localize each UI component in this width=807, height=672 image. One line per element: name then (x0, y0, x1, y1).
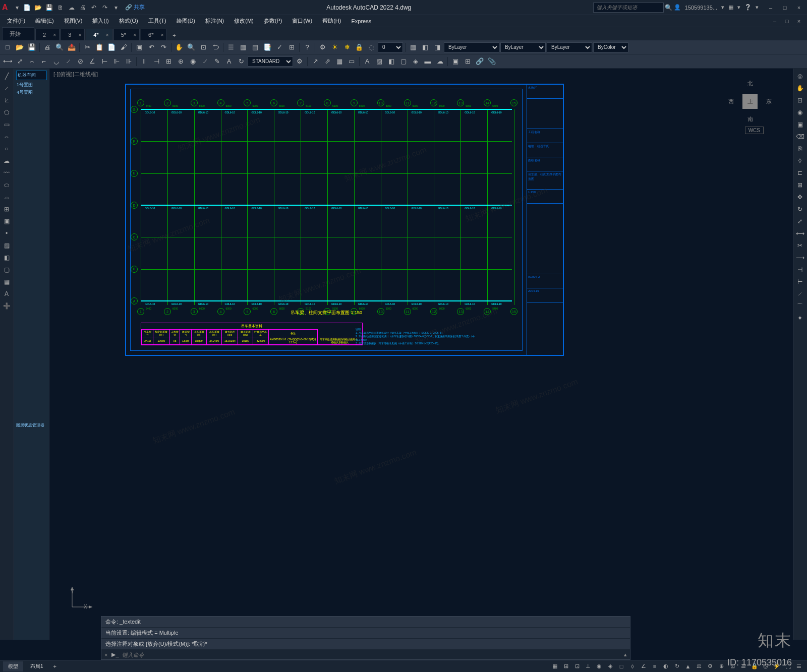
polar-icon[interactable]: ◉ (594, 662, 604, 671)
model-space-icon[interactable]: ▦ (550, 662, 560, 671)
block-icon[interactable]: ▣ (134, 42, 145, 53)
zoom-window-icon[interactable]: ⊡ (198, 42, 209, 53)
mleader-icon[interactable]: ⇗ (322, 56, 333, 67)
zoom-icon[interactable]: 🔍 (186, 42, 197, 53)
pan-icon[interactable]: ✋ (174, 42, 185, 53)
layer-combo[interactable]: ByLayer (444, 42, 499, 52)
menu-tools[interactable]: 工具(T) (143, 16, 171, 26)
redo-icon[interactable]: ↷ (100, 3, 110, 13)
help-icon[interactable]: ? (302, 42, 313, 53)
layout-add-button[interactable]: + (50, 663, 60, 669)
extend-icon[interactable]: ⟶ (794, 252, 805, 263)
layer-prev-icon[interactable]: ◨ (432, 42, 443, 53)
text-icon[interactable]: A (362, 56, 373, 67)
tab-add-button[interactable]: + (168, 30, 180, 40)
attach-icon[interactable]: 📎 (486, 56, 497, 67)
toolpalette-icon[interactable]: ▤ (250, 42, 261, 53)
tab-start[interactable]: 开始 (2, 27, 34, 40)
color-combo[interactable]: ByColor (593, 42, 628, 52)
annoscale-icon[interactable]: ⚖ (694, 662, 704, 671)
fillet-icon[interactable]: ⌒ (794, 300, 805, 312)
viewcube-east[interactable]: 东 (766, 98, 772, 105)
dim-continue-icon[interactable]: ⊪ (123, 56, 134, 67)
tab-2[interactable]: 2× (35, 29, 60, 40)
undo-icon[interactable]: ↶ (89, 3, 99, 13)
layer-state-combo[interactable]: 0 (378, 42, 403, 52)
app-menu-caret[interactable]: ▾ (12, 3, 22, 13)
otrack-icon[interactable]: ∠ (639, 662, 649, 671)
dim-aligned-icon[interactable]: ⤢ (14, 56, 25, 67)
line-icon[interactable]: ╱ (1, 71, 12, 82)
dim-diameter-icon[interactable]: ⊘ (75, 56, 86, 67)
share-button[interactable]: 🔗 共享 (125, 4, 145, 11)
menu-format[interactable]: 格式(O) (114, 16, 143, 26)
xline-icon[interactable]: ⟋ (1, 83, 12, 94)
rectangle-icon[interactable]: ▭ (1, 119, 12, 130)
make-block-icon[interactable]: ▣ (1, 216, 12, 227)
explode-icon[interactable]: ✦ (794, 313, 805, 324)
menu-edit[interactable]: 编辑(E) (30, 16, 59, 26)
move-icon[interactable]: ✥ (794, 192, 805, 203)
viewport-label[interactable]: [-][俯视][二维线框] (53, 71, 98, 78)
workspace-icon[interactable]: ⚙ (705, 662, 715, 671)
dim-linear-icon[interactable]: ⟷ (2, 56, 13, 67)
tab-close-icon[interactable]: × (78, 32, 81, 38)
matchprop-icon[interactable]: 🖌 (118, 42, 129, 53)
array-icon[interactable]: ⊞ (794, 179, 805, 191)
publish-icon[interactable]: 📤 (66, 42, 77, 53)
dim-ordinate-icon[interactable]: ⌐ (38, 56, 49, 67)
new-icon[interactable]: □ (2, 42, 13, 53)
undo-icon[interactable]: ↶ (146, 42, 157, 53)
menu-help[interactable]: 帮助(H) (317, 16, 346, 26)
hatch-icon[interactable]: ▨ (1, 240, 12, 251)
dim-radius-icon[interactable]: ◡ (50, 56, 62, 67)
boundary-icon[interactable]: ▢ (398, 56, 409, 67)
menu-file[interactable]: 文件(F) (2, 16, 30, 26)
xref-icon[interactable]: 🔗 (474, 56, 485, 67)
gradient-icon[interactable]: ◧ (386, 56, 397, 67)
jogged-linear-icon[interactable]: ⟋ (199, 56, 210, 67)
open-icon[interactable]: 📂 (33, 3, 43, 13)
gradient-icon[interactable]: ◧ (1, 252, 12, 263)
wipeout-icon[interactable]: ▬ (422, 56, 433, 67)
user-icon[interactable]: 👤 (674, 4, 681, 11)
viewcube[interactable]: 上 北 南 东 西 (727, 79, 773, 124)
viewcube-west[interactable]: 西 (728, 98, 734, 105)
annotation-icon[interactable]: ▲ (683, 662, 693, 671)
mirror-icon[interactable]: ◊ (794, 155, 805, 166)
calc-icon[interactable]: ⊞ (286, 42, 297, 53)
minimize-button[interactable]: – (765, 3, 777, 13)
circle-icon[interactable]: ○ (1, 143, 12, 154)
polygon-icon[interactable]: ⬠ (1, 107, 12, 118)
zoom-prev-icon[interactable]: ⮌ (210, 42, 221, 53)
trim-icon[interactable]: ✂ (794, 240, 805, 251)
cmd-close-icon[interactable]: × (104, 652, 107, 658)
dim-edit-icon[interactable]: ✎ (211, 56, 222, 67)
help-icon[interactable]: ❔ (744, 4, 752, 11)
menu-dim[interactable]: 标注(N) (200, 16, 229, 26)
field-icon[interactable]: ▭ (346, 56, 357, 67)
web-open-icon[interactable]: ☁ (67, 3, 77, 13)
customize-icon[interactable]: ☰ (794, 662, 804, 671)
dim-arc-icon[interactable]: ⌢ (26, 56, 37, 67)
menu-draw[interactable]: 绘图(D) (171, 16, 200, 26)
saveas-icon[interactable]: 🗎 (55, 3, 66, 13)
break-icon[interactable]: ⊣ (794, 264, 805, 275)
layer-freeze-icon[interactable]: ❄ (341, 42, 353, 53)
cmd-toggle-icon[interactable]: ▴ (624, 651, 627, 658)
grid-icon[interactable]: ⊞ (561, 662, 571, 671)
insert-icon[interactable]: ⊞ (1, 204, 12, 215)
doc-restore-button[interactable]: □ (781, 16, 793, 26)
dim-baseline-icon[interactable]: ⊩ (111, 56, 122, 67)
menu-insert[interactable]: 插入(I) (87, 16, 113, 26)
tab-close-icon[interactable]: × (53, 32, 56, 38)
properties-icon[interactable]: ☰ (225, 42, 237, 53)
tab-close-icon[interactable]: × (106, 32, 109, 38)
menu-window[interactable]: 窗口(W) (287, 16, 317, 26)
dim-space-icon[interactable]: ⫴ (139, 56, 150, 67)
steering-wheel-icon[interactable]: ◎ (794, 71, 805, 82)
search-input[interactable] (593, 3, 664, 13)
designcenter-icon[interactable]: ▦ (238, 42, 249, 53)
copy-icon[interactable]: ⎘ (794, 143, 805, 154)
leader-icon[interactable]: ↗ (310, 56, 321, 67)
